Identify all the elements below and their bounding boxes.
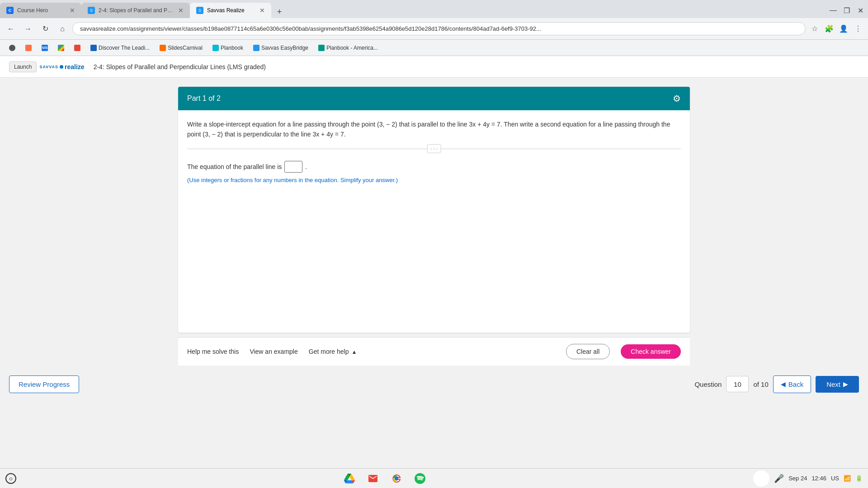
bookmark-sis[interactable]: SIS [38, 43, 52, 52]
battery-icon: 🔋 [855, 475, 863, 482]
search-button[interactable]: ○ [5, 473, 16, 484]
taskbar-region: US [831, 475, 839, 482]
profile-icon[interactable]: 👤 [837, 23, 850, 35]
back-button[interactable]: ◀ Back [773, 375, 811, 393]
address-bar: ← → ↻ ⌂ ☆ 🧩 👤 ⋮ [0, 18, 868, 40]
savvas-logo: Launch SAVVAS realize [9, 61, 85, 72]
taskbar-time: 12:46 [811, 475, 826, 482]
savvas-realize-logo: SAVVAS realize [39, 63, 84, 70]
next-label: Next [826, 380, 840, 388]
discover-favicon [90, 45, 97, 51]
network-icon [753, 470, 769, 487]
tab-close-savvas-realize[interactable]: ✕ [259, 7, 265, 14]
tab-close-coursehero[interactable]: ✕ [70, 7, 75, 14]
answer-section: The equation of the parallel line is . (… [187, 156, 681, 188]
savvas-realize-favicon: S [196, 7, 203, 14]
answer-hint-text: (Use integers or fractions for any numbe… [187, 177, 398, 183]
svg-point-1 [395, 477, 398, 480]
bookmark-planbook2[interactable]: Planbook - America... [315, 43, 382, 52]
bookmark-gmail[interactable] [71, 43, 84, 52]
savvas-assign-favicon: S [88, 7, 95, 14]
wifi-icon: 📶 [844, 475, 851, 482]
card-header: Part 1 of 2 ⚙ [178, 87, 690, 110]
right-arrow-icon: ▶ [843, 380, 848, 388]
review-progress-button[interactable]: Review Progress [9, 375, 79, 393]
clear-all-button[interactable]: Clear all [566, 344, 610, 359]
tab-savvas-assign-label: 2-4: Slopes of Parallel and Perpe... [99, 7, 175, 14]
answer-hint: (Use integers or fractions for any numbe… [187, 176, 681, 183]
bookmark-discover[interactable]: Discover The Leadi... [87, 43, 153, 52]
tab-savvas-realize[interactable]: S Savvas Realize ✕ [190, 3, 271, 18]
taskbar-right: 🎤 Sep 24 12:46 US 📶 🔋 [753, 470, 863, 487]
bookmark-slidescarnival[interactable]: SlidesCarnival [156, 43, 206, 52]
bookmark-planbook[interactable]: Planbook [209, 43, 247, 52]
savvas-header: Launch SAVVAS realize 2-4: Slopes of Par… [0, 56, 868, 78]
taskbar-gmail[interactable] [365, 470, 381, 487]
back-label: Back [788, 380, 803, 388]
planbook2-favicon [318, 45, 325, 51]
get-more-help-link[interactable]: Get more help ▲ [309, 348, 357, 355]
page-title: 2-4: Slopes of Parallel and Perpendicula… [94, 63, 266, 70]
question-card: Part 1 of 2 ⚙ Write a slope-intercept eq… [178, 87, 690, 333]
bookmark-flag[interactable] [22, 43, 35, 52]
circle-favicon [9, 45, 15, 51]
bookmark-star-icon[interactable]: ☆ [808, 23, 821, 35]
address-input[interactable] [72, 22, 806, 35]
tab-coursehero-label: Course Hero [17, 7, 66, 14]
problem-text: Write a slope-intercept equation for a l… [187, 119, 681, 140]
question-number-input[interactable] [726, 376, 749, 392]
bookmark-circle[interactable] [5, 43, 19, 52]
tab-savvas-assign[interactable]: S 2-4: Slopes of Parallel and Perpe... ✕ [81, 3, 190, 18]
menu-icon[interactable]: ⋮ [852, 23, 864, 35]
part-label: Part 1 of 2 [187, 94, 221, 103]
back-nav-button[interactable]: ← [4, 22, 18, 36]
taskbar-chrome[interactable] [388, 470, 405, 487]
home-button[interactable]: ⌂ [55, 22, 70, 36]
taskbar-google-drive[interactable] [341, 470, 358, 487]
tab-savvas-realize-label: Savvas Realize [207, 7, 256, 14]
launch-button[interactable]: Launch [9, 61, 37, 72]
parallel-answer-input[interactable] [284, 161, 302, 173]
sis-favicon: SIS [42, 45, 48, 51]
forward-nav-button[interactable]: → [21, 22, 35, 36]
maximize-button[interactable]: ❐ [841, 5, 853, 16]
taskbar-left: ○ [5, 473, 16, 484]
period: . [305, 163, 307, 170]
view-example-link[interactable]: View an example [250, 348, 297, 355]
card-body: Write a slope-intercept equation for a l… [178, 110, 690, 333]
question-navigation: Question of 10 ◀ Back Next ▶ [694, 375, 859, 393]
next-button[interactable]: Next ▶ [816, 376, 859, 393]
chevron-up-icon: ▲ [351, 349, 357, 355]
tab-close-savvas-assign[interactable]: ✕ [178, 7, 184, 14]
new-tab-button[interactable]: + [273, 5, 286, 18]
taskbar: ○ [0, 468, 868, 488]
extensions-icon[interactable]: 🧩 [823, 23, 835, 35]
work-area [187, 188, 681, 324]
bookmark-savvas-eb-label: Savvas EasyBridge [261, 45, 308, 51]
taskbar-center [20, 470, 750, 487]
bookmark-slides-label: SlidesCarnival [168, 45, 203, 51]
help-solve-link[interactable]: Help me solve this [187, 348, 239, 355]
taskbar-spotify[interactable] [412, 470, 428, 487]
answer-line: The equation of the parallel line is . [187, 161, 681, 173]
minimize-button[interactable]: — [827, 5, 839, 16]
bookmark-google[interactable] [54, 43, 68, 52]
reload-button[interactable]: ↻ [38, 22, 52, 36]
check-answer-button[interactable]: Check answer [621, 344, 681, 359]
tab-coursehero[interactable]: C Course Hero ✕ [0, 3, 81, 18]
divider-toggle[interactable]: · · · [427, 144, 441, 153]
settings-icon[interactable]: ⚙ [673, 93, 681, 104]
bookmark-savvas-eb[interactable]: Savvas EasyBridge [250, 43, 312, 52]
question-label: Question [694, 380, 722, 388]
left-arrow-icon: ◀ [781, 380, 786, 388]
close-button[interactable]: ✕ [854, 5, 866, 16]
microphone-icon[interactable]: 🎤 [774, 474, 784, 483]
savvas-eb-favicon [253, 45, 259, 51]
slides-favicon [160, 45, 166, 51]
question-total: of 10 [753, 380, 768, 388]
coursehero-favicon: C [6, 7, 14, 14]
logo-dot [60, 65, 63, 69]
taskbar-date: Sep 24 [788, 475, 807, 482]
gmail-favicon [74, 45, 80, 51]
planbook-favicon [212, 45, 219, 51]
